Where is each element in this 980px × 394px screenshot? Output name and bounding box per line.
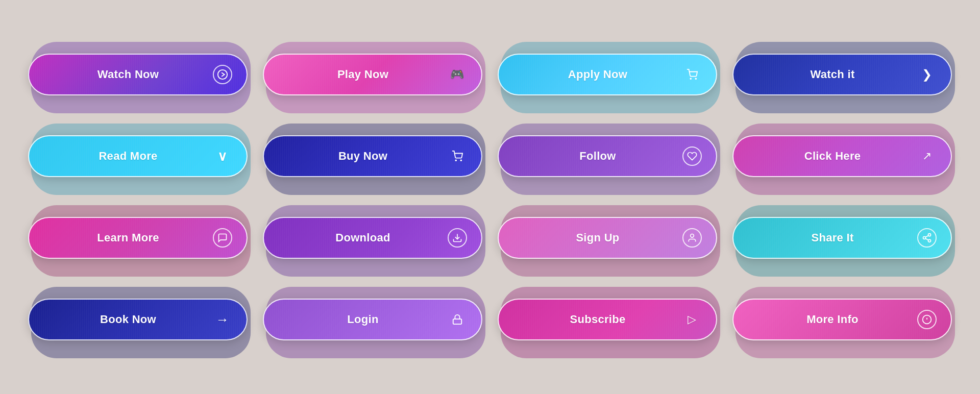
svg-rect-12 bbox=[453, 319, 462, 324]
subscribe-label: Subscribe bbox=[513, 313, 682, 326]
download-icon bbox=[448, 228, 467, 248]
read-more-icon: ∨ bbox=[213, 146, 232, 166]
download-label: Download bbox=[278, 231, 448, 244]
btn-wrapper-read-more: Read More∨ bbox=[28, 120, 248, 192]
btn-wrapper-watch-now: Watch Now bbox=[28, 39, 248, 110]
click-here-label: Click Here bbox=[748, 150, 917, 163]
read-more-label: Read More bbox=[43, 150, 213, 163]
btn-wrapper-subscribe: Subscribe▷ bbox=[498, 284, 717, 355]
btn-wrapper-play-now: Play Now🎮 bbox=[263, 39, 482, 110]
learn-more-icon bbox=[213, 228, 232, 248]
click-here-button[interactable]: Click Here↗ bbox=[732, 135, 952, 177]
play-now-button[interactable]: Play Now🎮 bbox=[263, 54, 482, 95]
svg-point-6 bbox=[691, 234, 694, 238]
btn-wrapper-sign-up: Sign Up bbox=[498, 202, 717, 274]
apply-now-icon bbox=[682, 65, 702, 84]
buy-now-icon bbox=[448, 146, 467, 166]
btn-wrapper-share-it: Share It bbox=[732, 202, 952, 274]
svg-point-1 bbox=[690, 78, 691, 79]
buy-now-label: Buy Now bbox=[278, 150, 448, 163]
btn-wrapper-apply-now: Apply Now bbox=[498, 39, 717, 110]
watch-it-icon: ❯ bbox=[917, 65, 937, 84]
login-button[interactable]: Login bbox=[263, 299, 482, 340]
apply-now-label: Apply Now bbox=[513, 68, 682, 81]
watch-it-button[interactable]: Watch it❯ bbox=[732, 54, 952, 95]
btn-wrapper-more-info: More Info bbox=[732, 284, 952, 355]
more-info-icon bbox=[917, 310, 937, 329]
sign-up-icon bbox=[682, 228, 702, 248]
svg-point-0 bbox=[218, 70, 227, 79]
sign-up-button[interactable]: Sign Up bbox=[498, 217, 717, 259]
watch-now-button[interactable]: Watch Now bbox=[28, 54, 248, 95]
btn-wrapper-buy-now: Buy Now bbox=[263, 120, 482, 192]
btn-wrapper-download: Download bbox=[263, 202, 482, 274]
share-it-label: Share It bbox=[748, 231, 917, 244]
learn-more-button[interactable]: Learn More bbox=[28, 217, 248, 259]
sign-up-label: Sign Up bbox=[513, 231, 682, 244]
more-info-button[interactable]: More Info bbox=[732, 299, 952, 340]
svg-point-2 bbox=[695, 78, 696, 79]
svg-line-11 bbox=[925, 235, 928, 237]
follow-icon bbox=[682, 146, 702, 166]
buy-now-button[interactable]: Buy Now bbox=[263, 135, 482, 177]
svg-point-4 bbox=[460, 160, 461, 161]
follow-button[interactable]: Follow bbox=[498, 135, 717, 177]
svg-point-3 bbox=[455, 160, 456, 161]
login-icon bbox=[448, 310, 467, 329]
apply-now-button[interactable]: Apply Now bbox=[498, 54, 717, 95]
play-now-label: Play Now bbox=[278, 68, 448, 81]
svg-point-8 bbox=[923, 237, 926, 239]
read-more-button[interactable]: Read More∨ bbox=[28, 135, 248, 177]
book-now-label: Book Now bbox=[43, 313, 213, 326]
svg-point-7 bbox=[928, 234, 931, 236]
btn-wrapper-learn-more: Learn More bbox=[28, 202, 248, 274]
button-grid: Watch NowPlay Now🎮Apply NowWatch it❯Read… bbox=[8, 18, 972, 376]
subscribe-icon: ▷ bbox=[682, 310, 702, 329]
share-it-button[interactable]: Share It bbox=[732, 217, 952, 259]
follow-label: Follow bbox=[513, 150, 682, 163]
watch-now-icon bbox=[213, 65, 232, 84]
watch-it-label: Watch it bbox=[748, 68, 917, 81]
login-label: Login bbox=[278, 313, 448, 326]
btn-wrapper-follow: Follow bbox=[498, 120, 717, 192]
btn-wrapper-click-here: Click Here↗ bbox=[732, 120, 952, 192]
learn-more-label: Learn More bbox=[43, 231, 213, 244]
download-button[interactable]: Download bbox=[263, 217, 482, 259]
btn-wrapper-book-now: Book Now→ bbox=[28, 284, 248, 355]
book-now-button[interactable]: Book Now→ bbox=[28, 299, 248, 340]
svg-point-9 bbox=[928, 239, 931, 242]
click-here-icon: ↗ bbox=[917, 146, 937, 166]
watch-now-label: Watch Now bbox=[43, 68, 213, 81]
share-it-icon bbox=[917, 228, 937, 248]
play-now-icon: 🎮 bbox=[448, 65, 467, 84]
svg-line-10 bbox=[925, 238, 928, 240]
more-info-label: More Info bbox=[748, 313, 917, 326]
book-now-icon: → bbox=[213, 310, 232, 329]
subscribe-button[interactable]: Subscribe▷ bbox=[498, 299, 717, 340]
btn-wrapper-watch-it: Watch it❯ bbox=[732, 39, 952, 110]
btn-wrapper-login: Login bbox=[263, 284, 482, 355]
